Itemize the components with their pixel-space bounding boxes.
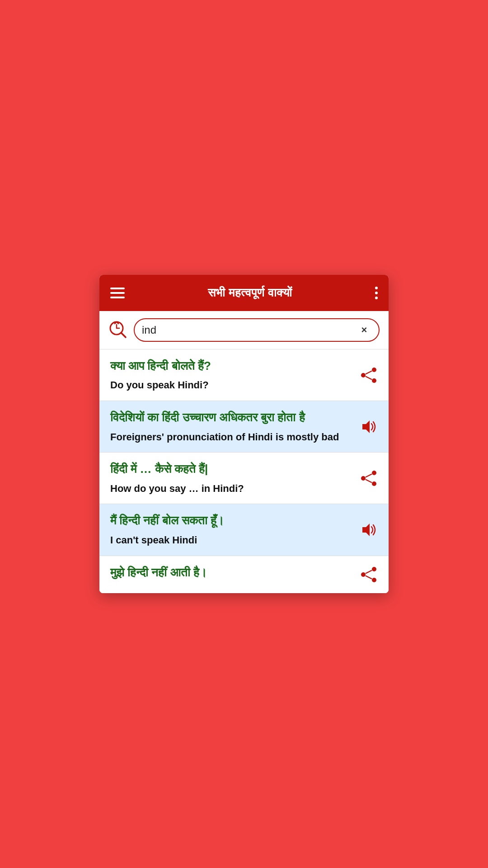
hamburger-menu-icon[interactable] [110, 288, 125, 298]
svg-point-11 [372, 481, 376, 486]
svg-point-6 [361, 373, 366, 377]
phrase-action-2[interactable] [352, 409, 378, 444]
page-title: सभी महत्वपूर्ण वाक्यों [208, 286, 292, 300]
search-input-wrap[interactable]: × [134, 318, 380, 342]
phrase-hindi-1: क्या आप हिन्दी बोलते हैं? [110, 358, 352, 374]
phrase-item-4: मैं हिन्दी नहीं बोल सकता हूँ। I can't sp… [99, 504, 389, 556]
phrase-item-2: विदेशियों का हिंदी उच्चारण अधिकतर बुरा ह… [99, 401, 389, 453]
phrase-english-4: I can't speak Hindi [110, 533, 352, 547]
phrase-action-3[interactable] [352, 461, 378, 495]
svg-point-10 [372, 471, 376, 475]
top-bar: सभी महत्वपूर्ण वाक्यों [99, 275, 389, 311]
svg-point-17 [372, 578, 376, 582]
svg-point-4 [372, 368, 376, 372]
phrase-action-5[interactable] [352, 564, 378, 585]
phrase-hindi-2: विदेशियों का हिंदी उच्चारण अधिकतर बुरा ह… [110, 409, 352, 425]
svg-point-16 [372, 567, 376, 571]
phrase-content-2: विदेशियों का हिंदी उच्चारण अधिकतर बुरा ह… [110, 409, 352, 444]
phrase-content-5: मुझे हिन्दी नहीं आती है। [110, 564, 352, 585]
share-icon-1[interactable] [360, 366, 378, 384]
phrase-action-4[interactable] [352, 512, 378, 547]
svg-point-18 [361, 572, 366, 577]
phrase-english-2: Foreigners' pronunciation of Hindi is mo… [110, 430, 352, 444]
phrase-item-3: हिंदी में … कैसे कहते हैं| How do you sa… [99, 453, 389, 504]
svg-line-14 [366, 479, 372, 482]
svg-line-20 [366, 576, 372, 579]
search-history-icon [108, 320, 128, 340]
phrase-content-1: क्या आप हिन्दी बोलते हैं? Do you speak H… [110, 358, 352, 392]
svg-line-7 [366, 371, 372, 374]
speaker-icon-4[interactable] [360, 521, 378, 539]
phone-container: सभी महत्वपूर्ण वाक्यों × [99, 275, 389, 593]
phrase-content-3: हिंदी में … कैसे कहते हैं| How do you sa… [110, 461, 352, 495]
phrase-item-1: क्या आप हिन्दी बोलते हैं? Do you speak H… [99, 349, 389, 401]
phrase-hindi-3: हिंदी में … कैसे कहते हैं| [110, 461, 352, 477]
more-options-icon[interactable] [375, 287, 378, 299]
svg-line-3 [121, 333, 126, 337]
share-icon-3[interactable] [360, 469, 378, 487]
svg-marker-9 [362, 420, 370, 433]
phrase-list: क्या आप हिन्दी बोलते हैं? Do you speak H… [99, 349, 389, 593]
share-icon-5[interactable] [360, 566, 378, 584]
phrase-english-3: How do you say … in Hindi? [110, 482, 352, 496]
phrase-hindi-5: मुझे हिन्दी नहीं आती है। [110, 564, 352, 580]
phrase-english-1: Do you speak Hindi? [110, 378, 352, 392]
phrase-hindi-4: मैं हिन्दी नहीं बोल सकता हूँ। [110, 512, 352, 528]
svg-marker-15 [362, 524, 370, 536]
phrase-item-5: मुझे हिन्दी नहीं आती है। [99, 556, 389, 593]
svg-point-12 [361, 476, 366, 481]
speaker-icon-2[interactable] [360, 418, 378, 436]
search-input[interactable] [142, 324, 353, 336]
search-bar: × [99, 311, 389, 349]
clear-search-icon[interactable]: × [357, 323, 371, 337]
svg-line-19 [366, 570, 372, 573]
svg-point-5 [372, 378, 376, 383]
phrase-action-1[interactable] [352, 358, 378, 392]
svg-line-8 [366, 376, 372, 379]
phrase-content-4: मैं हिन्दी नहीं बोल सकता हूँ। I can't sp… [110, 512, 352, 547]
svg-line-13 [366, 474, 372, 477]
